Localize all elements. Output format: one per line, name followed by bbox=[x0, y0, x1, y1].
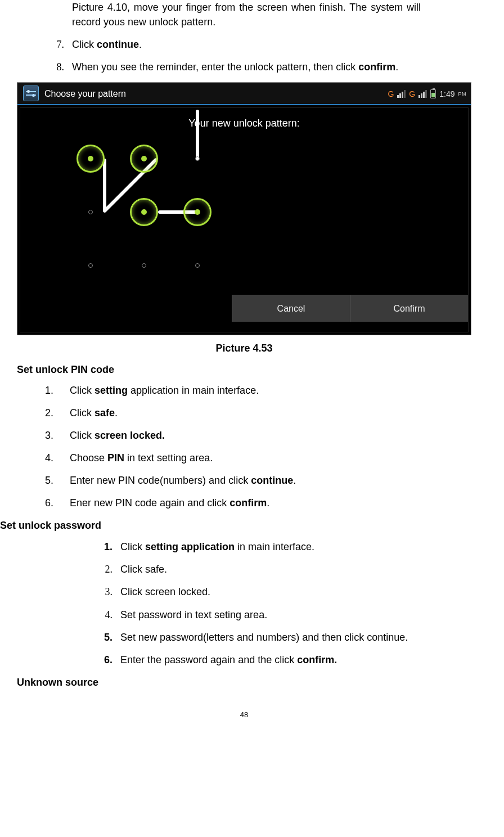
signal-bars-icon-2 bbox=[418, 90, 427, 98]
pin-step-6-num: 6. bbox=[45, 496, 70, 510]
pattern-dot-7[interactable] bbox=[76, 251, 105, 280]
pin-step-5-bold: continue bbox=[251, 475, 293, 486]
pattern-dot-5[interactable] bbox=[130, 198, 158, 226]
pwd-step-1-pre: Click bbox=[120, 541, 145, 552]
paragraph-intro: Picture 4.10, move your finger from the … bbox=[72, 0, 421, 29]
pwd-step-6: 6. Enter the password again and the clic… bbox=[99, 652, 421, 667]
pin-step-2-pre: Click bbox=[70, 407, 94, 418]
pattern-grid[interactable] bbox=[76, 145, 212, 280]
pwd-step-4-num: 4. bbox=[99, 608, 120, 622]
pwd-step-5: 5. Set new password(letters and numbers)… bbox=[99, 630, 421, 645]
pin-step-5-num: 5. bbox=[45, 473, 70, 488]
pin-step-5: 5. Enter new PIN code(numbers) and click… bbox=[45, 473, 421, 488]
step-8-num: 8. bbox=[51, 60, 72, 74]
pin-step-4-bold: PIN bbox=[107, 452, 124, 464]
battery-icon bbox=[430, 89, 436, 98]
pin-step-3: 3. Click screen locked. bbox=[45, 428, 421, 443]
pwd-step-2-text: Click safe. bbox=[120, 562, 421, 577]
pwd-step-1-num: 1. bbox=[99, 539, 120, 554]
pin-step-1: 1. Click setting application in main int… bbox=[45, 383, 421, 398]
pattern-dot-4[interactable] bbox=[76, 198, 105, 226]
status-pm: PM bbox=[458, 91, 467, 98]
pin-step-6-post: . bbox=[267, 497, 269, 508]
pin-step-2-num: 2. bbox=[45, 406, 70, 420]
wifi-icon bbox=[375, 90, 384, 98]
pin-step-3-pre: Click bbox=[70, 430, 94, 441]
step-8: 8. When you see the reminder, enter the … bbox=[51, 60, 421, 74]
step-7-bold: continue bbox=[97, 39, 139, 50]
pattern-dot-1[interactable] bbox=[76, 145, 105, 173]
pin-step-4-post: in text setting area. bbox=[124, 452, 213, 464]
pin-step-5-post: . bbox=[293, 475, 296, 486]
pin-step-1-num: 1. bbox=[45, 383, 70, 398]
network-g-1: G bbox=[388, 88, 394, 100]
pwd-step-6-pre: Enter the password again and the click bbox=[120, 654, 297, 665]
status-time: 1:49 bbox=[439, 88, 454, 100]
figure-screenshot: Choose your pattern G G 1:49 PM Your new… bbox=[17, 82, 471, 335]
settings-sliders-icon bbox=[23, 86, 39, 101]
pin-step-2-post: . bbox=[115, 407, 118, 418]
pin-step-1-pre: Click bbox=[70, 385, 94, 396]
step-8-bold: confirm bbox=[358, 61, 395, 73]
figure-status-bar: G G 1:49 PM bbox=[375, 83, 471, 105]
pin-step-1-post: application in main interface. bbox=[128, 385, 259, 396]
unknown-source-heading: Unknown source bbox=[17, 675, 488, 690]
pwd-step-1-post: in main interface. bbox=[235, 541, 314, 552]
step-7-post: . bbox=[139, 39, 142, 50]
pattern-dot-2[interactable] bbox=[130, 145, 158, 173]
pwd-heading: Set unlock password bbox=[0, 518, 488, 533]
signal-bars-icon bbox=[397, 90, 406, 98]
pin-heading: Set unlock PIN code bbox=[17, 362, 488, 377]
pwd-step-4: 4. Set password in text seting area. bbox=[99, 608, 421, 622]
pwd-step-1-bold: setting application bbox=[145, 541, 235, 552]
pwd-step-2-num: 2. bbox=[99, 562, 120, 577]
pattern-dot-9[interactable] bbox=[183, 251, 212, 280]
pin-step-2: 2. Click safe. bbox=[45, 406, 421, 420]
pattern-dot-3[interactable] bbox=[183, 145, 212, 173]
pin-step-4-pre: Choose bbox=[70, 452, 107, 464]
confirm-button[interactable]: Confirm bbox=[350, 295, 468, 322]
pwd-step-3-num: 3. bbox=[99, 584, 120, 599]
pin-step-3-num: 3. bbox=[45, 428, 70, 443]
pin-step-6-pre: Ener new PIN code again and click bbox=[70, 497, 230, 508]
pin-step-1-bold: setting bbox=[94, 385, 128, 396]
pwd-step-3-text: Click screen locked. bbox=[120, 584, 421, 599]
pwd-step-2: 2. Click safe. bbox=[99, 562, 421, 577]
step-7-num: 7. bbox=[51, 37, 72, 52]
step-7: 7. Click continue. bbox=[51, 37, 421, 52]
pin-step-4-num: 4. bbox=[45, 451, 70, 465]
pwd-step-5-num: 5. bbox=[99, 630, 120, 645]
pin-step-2-bold: safe bbox=[94, 407, 115, 418]
step-7-pre: Click bbox=[72, 39, 97, 50]
cancel-button[interactable]: Cancel bbox=[232, 295, 350, 322]
pwd-step-1: 1. Click setting application in main int… bbox=[99, 539, 421, 554]
step-8-pre: When you see the reminder, enter the unl… bbox=[72, 61, 358, 73]
pwd-step-4-text: Set password in text seting area. bbox=[120, 608, 421, 622]
pwd-step-3: 3. Click screen locked. bbox=[99, 584, 421, 599]
pin-step-6: 6. Ener new PIN code again and click con… bbox=[45, 496, 421, 510]
figure-caption: Picture 4.53 bbox=[0, 341, 488, 356]
figure-heading: Your new unlock pattern: bbox=[20, 116, 468, 130]
figure-title: Choose your pattern bbox=[44, 87, 126, 100]
step-8-post: . bbox=[395, 61, 398, 73]
pin-step-5-pre: Enter new PIN code(numbers) and click bbox=[70, 475, 251, 486]
figure-body: Your new unlock pattern: Cancel Confirm bbox=[20, 107, 469, 332]
page-number: 48 bbox=[0, 710, 488, 721]
pwd-step-6-bold: confirm. bbox=[297, 654, 337, 665]
pin-step-6-bold: confirm bbox=[230, 497, 267, 508]
pattern-dot-6[interactable] bbox=[183, 198, 212, 226]
pwd-step-6-num: 6. bbox=[99, 652, 120, 667]
network-g-2: G bbox=[409, 88, 415, 100]
pwd-step-5-text: Set new password(letters and numbers) an… bbox=[120, 630, 421, 645]
pin-step-3-bold: screen locked. bbox=[94, 430, 165, 441]
pattern-dot-8[interactable] bbox=[130, 251, 158, 280]
pin-step-4: 4. Choose PIN in text setting area. bbox=[45, 451, 421, 465]
